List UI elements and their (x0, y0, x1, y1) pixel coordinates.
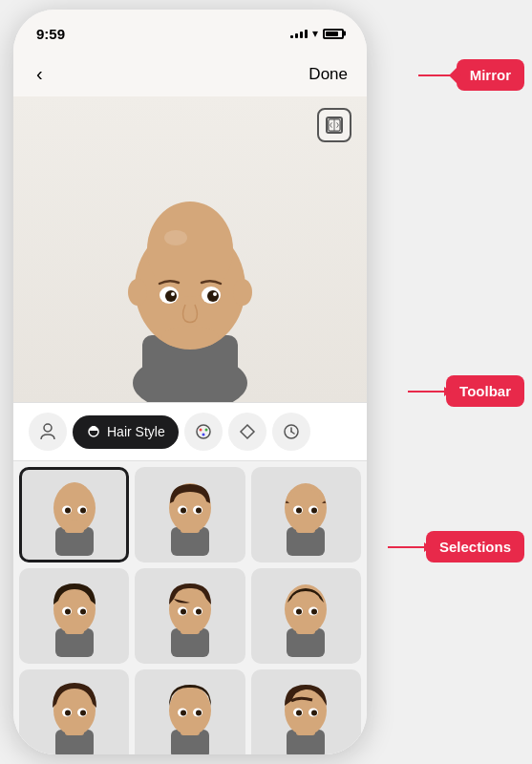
tool-palette-button[interactable] (184, 413, 223, 451)
svg-point-53 (65, 608, 71, 614)
status-bar: 9:59 ▾ (13, 10, 367, 52)
selection-item-1[interactable] (19, 467, 129, 562)
selection-item-5[interactable] (135, 568, 245, 664)
svg-point-78 (169, 686, 211, 735)
selections-panel (13, 461, 367, 754)
tool-person-button[interactable] (29, 413, 67, 451)
selection-item-7[interactable] (19, 669, 129, 754)
selection-item-6[interactable] (251, 568, 361, 664)
svg-point-67 (296, 608, 302, 614)
svg-point-33 (80, 507, 86, 513)
hair-style-label: Hair Style (107, 424, 165, 439)
svg-point-60 (181, 608, 186, 614)
signal-icon (290, 30, 308, 38)
svg-point-47 (311, 507, 317, 513)
svg-point-39 (181, 507, 186, 513)
svg-marker-93 (444, 387, 451, 396)
svg-point-6 (128, 279, 147, 306)
svg-point-12 (165, 290, 177, 302)
selection-item-8[interactable] (135, 669, 245, 754)
svg-point-88 (296, 710, 302, 715)
selection-item-4[interactable] (19, 568, 129, 664)
svg-point-68 (311, 608, 317, 614)
selections-grid (19, 467, 361, 754)
mirror-icon (326, 117, 343, 134)
svg-point-16 (161, 326, 219, 349)
svg-point-61 (196, 608, 202, 614)
svg-point-20 (199, 429, 202, 432)
svg-point-9 (164, 230, 187, 245)
svg-marker-95 (424, 542, 431, 552)
hair-style-icon (86, 423, 101, 441)
callout-mirror: Mirror (457, 59, 524, 91)
svg-point-81 (181, 710, 186, 715)
wifi-icon: ▾ (312, 27, 318, 40)
done-button[interactable]: Done (309, 65, 348, 84)
selection-item-9[interactable] (251, 669, 361, 754)
svg-point-15 (213, 292, 217, 296)
status-icons: ▾ (290, 27, 344, 40)
selection-item-2[interactable] (135, 467, 245, 562)
mirror-button[interactable] (317, 108, 351, 142)
svg-line-25 (291, 432, 294, 434)
svg-marker-91 (455, 71, 461, 80)
svg-point-29 (57, 482, 92, 520)
svg-point-74 (65, 710, 71, 715)
callout-selections: Selections (426, 531, 524, 562)
toolbar: Hair Style (13, 402, 367, 461)
svg-point-54 (80, 608, 86, 614)
callout-toolbar: Toolbar (446, 375, 524, 407)
svg-point-7 (233, 279, 252, 306)
svg-point-75 (80, 710, 86, 715)
svg-point-22 (202, 434, 204, 436)
svg-point-19 (197, 425, 210, 438)
svg-point-46 (296, 507, 302, 513)
back-button[interactable]: ‹ (32, 59, 47, 89)
avatar-display (95, 154, 286, 402)
svg-point-82 (196, 710, 202, 715)
status-time: 9:59 (36, 26, 65, 42)
tool-shape-button[interactable] (228, 413, 266, 451)
svg-point-13 (207, 290, 219, 302)
svg-point-17 (44, 424, 52, 432)
svg-point-40 (196, 507, 202, 513)
hair-style-button[interactable]: Hair Style (73, 415, 179, 449)
svg-point-32 (65, 507, 71, 513)
avatar-area (13, 96, 367, 402)
svg-point-14 (171, 292, 175, 296)
svg-point-64 (285, 584, 327, 634)
svg-point-21 (204, 429, 207, 432)
svg-point-89 (311, 710, 317, 715)
header: ‹ Done (13, 52, 367, 96)
selection-item-3[interactable] (251, 467, 361, 562)
tool-more-button[interactable] (272, 413, 310, 451)
battery-icon (323, 29, 344, 39)
